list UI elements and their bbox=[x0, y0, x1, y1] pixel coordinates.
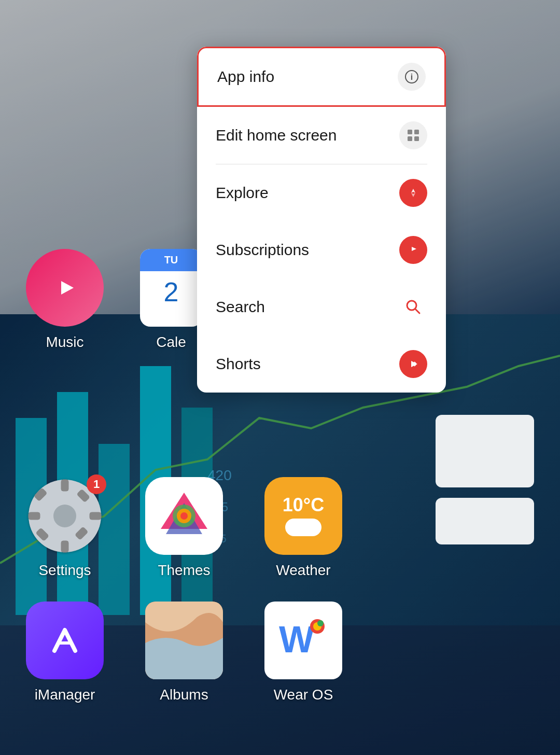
app-themes[interactable]: Themes bbox=[140, 477, 228, 579]
app-settings-label: Settings bbox=[38, 562, 91, 579]
svg-rect-10 bbox=[408, 130, 412, 134]
explore-icon bbox=[399, 179, 427, 207]
app-music[interactable]: Music bbox=[21, 249, 109, 351]
svg-rect-13 bbox=[414, 136, 419, 141]
svg-rect-12 bbox=[408, 136, 412, 141]
menu-item-search-label: Search bbox=[216, 298, 265, 316]
app-calendar[interactable]: TU 2 Cale bbox=[140, 249, 202, 351]
menu-item-app-info[interactable]: App info i bbox=[197, 47, 446, 107]
svg-rect-19 bbox=[409, 254, 418, 256]
svg-rect-25 bbox=[61, 480, 68, 491]
app-music-label: Music bbox=[46, 334, 83, 351]
app-albums[interactable]: Albums bbox=[140, 602, 228, 703]
svg-rect-28 bbox=[90, 512, 101, 520]
svg-text:i: i bbox=[411, 73, 413, 81]
svg-point-39 bbox=[180, 512, 188, 520]
menu-item-subscriptions-label: Subscriptions bbox=[216, 241, 309, 259]
svg-text:W: W bbox=[279, 619, 314, 660]
app-imanager-label: iManager bbox=[35, 687, 95, 703]
svg-line-21 bbox=[415, 309, 419, 313]
menu-item-edit-home-label: Edit home screen bbox=[216, 127, 337, 144]
svg-rect-11 bbox=[414, 130, 419, 134]
shorts-icon bbox=[399, 350, 427, 378]
menu-item-search[interactable]: Search bbox=[197, 278, 446, 335]
menu-item-explore-label: Explore bbox=[216, 184, 269, 202]
widget-box-small bbox=[436, 498, 534, 544]
svg-point-14 bbox=[407, 187, 419, 199]
app-themes-label: Themes bbox=[158, 562, 210, 579]
svg-rect-26 bbox=[61, 541, 68, 552]
app-albums-label: Albums bbox=[160, 687, 208, 703]
menu-item-explore[interactable]: Explore bbox=[197, 164, 446, 221]
app-weather-label: Weather bbox=[276, 562, 330, 579]
menu-item-app-info-label: App info bbox=[217, 68, 274, 86]
menu-item-shorts[interactable]: Shorts bbox=[197, 335, 446, 393]
app-calendar-label: Cale bbox=[156, 334, 186, 351]
edit-home-icon bbox=[399, 121, 427, 149]
context-menu: App info i Edit home screen Explore bbox=[197, 47, 446, 393]
svg-point-34 bbox=[53, 505, 76, 527]
app-wearos[interactable]: W Wear OS bbox=[259, 602, 347, 703]
menu-item-shorts-label: Shorts bbox=[216, 355, 261, 373]
svg-point-45 bbox=[317, 620, 324, 626]
app-settings[interactable]: 1 Settings bbox=[21, 477, 109, 579]
svg-rect-27 bbox=[29, 512, 40, 520]
subscriptions-icon bbox=[399, 236, 427, 264]
app-wearos-label: Wear OS bbox=[274, 687, 333, 703]
search-icon bbox=[399, 293, 427, 321]
menu-item-subscriptions[interactable]: Subscriptions bbox=[197, 221, 446, 278]
info-icon: i bbox=[398, 63, 426, 91]
menu-item-edit-home[interactable]: Edit home screen bbox=[197, 107, 446, 164]
app-weather[interactable]: 10°C Weather bbox=[259, 477, 347, 579]
app-imanager[interactable]: iManager bbox=[21, 602, 109, 703]
settings-badge: 1 bbox=[87, 474, 106, 494]
widget-box-large bbox=[436, 415, 534, 487]
